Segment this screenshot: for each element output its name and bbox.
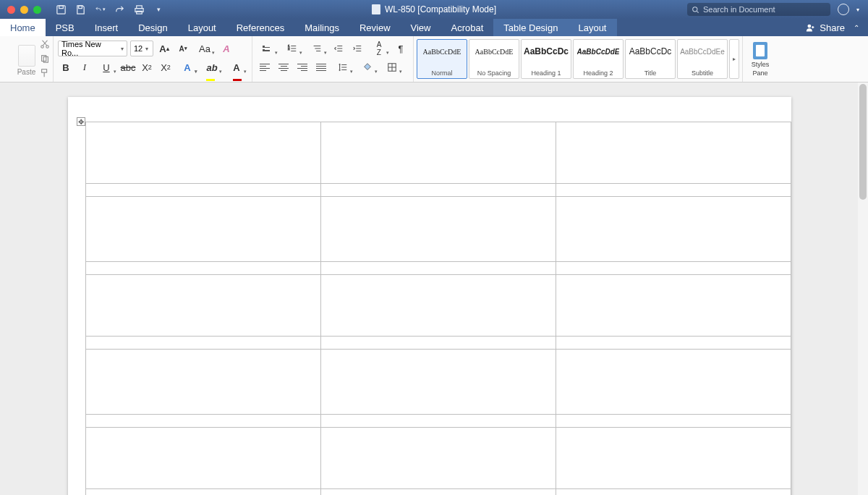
styles-gallery-more-icon[interactable]: ▸	[729, 39, 739, 79]
scroll-thumb[interactable]	[859, 84, 867, 200]
table-cell[interactable]	[556, 415, 791, 428]
document-table[interactable]	[85, 122, 791, 495]
table-cell[interactable]	[86, 489, 321, 496]
style-title[interactable]: AaBbCcDcTitle	[625, 39, 676, 79]
search-input[interactable]: Search in Document	[687, 3, 830, 16]
ribbon-tab-view[interactable]: View	[401, 19, 441, 36]
table-cell[interactable]	[556, 428, 791, 489]
feedback-chevron-icon[interactable]: ▾	[856, 7, 859, 13]
superscript-button[interactable]: X2	[158, 59, 174, 75]
table-cell[interactable]	[86, 262, 321, 275]
table-cell[interactable]	[556, 350, 791, 415]
shading-icon[interactable]	[357, 59, 378, 75]
minimize-window-button[interactable]	[20, 6, 28, 14]
increase-indent-icon[interactable]	[349, 41, 365, 56]
ribbon-tab-home[interactable]: Home	[0, 19, 46, 36]
subscript-button[interactable]: X2	[139, 59, 155, 75]
sort-icon[interactable]: AZ	[368, 41, 390, 56]
feedback-icon[interactable]	[838, 4, 849, 15]
table-cell[interactable]	[321, 275, 556, 337]
redo-icon[interactable]	[114, 4, 125, 15]
style-heading-2[interactable]: AaBbCcDdEHeading 2	[573, 39, 624, 79]
table-cell[interactable]	[86, 275, 321, 337]
format-painter-icon[interactable]	[40, 68, 50, 78]
bullets-icon[interactable]	[257, 41, 278, 56]
table-cell[interactable]	[86, 197, 321, 262]
autosave-toggle-icon[interactable]	[56, 4, 67, 15]
close-window-button[interactable]	[7, 6, 15, 14]
fullscreen-window-button[interactable]	[33, 6, 41, 14]
document-page[interactable]: ✥	[68, 97, 791, 495]
styles-pane-button[interactable]: Styles Pane	[743, 36, 778, 82]
clear-formatting-icon[interactable]: A	[218, 41, 234, 56]
table-cell[interactable]	[86, 184, 321, 197]
table-cell[interactable]	[321, 337, 556, 350]
vertical-scrollbar[interactable]	[858, 82, 868, 495]
cut-icon[interactable]	[40, 39, 50, 49]
print-icon[interactable]	[134, 4, 145, 15]
undo-icon[interactable]: ▾	[95, 4, 106, 15]
line-spacing-icon[interactable]	[332, 59, 354, 75]
style-no-spacing[interactable]: AaBbCcDdENo Spacing	[469, 39, 519, 79]
table-move-handle-icon[interactable]: ✥	[77, 117, 85, 126]
font-name-combo[interactable]: Times New Ro...▾	[58, 41, 127, 56]
multilevel-list-icon[interactable]	[306, 41, 328, 56]
font-color-icon[interactable]: A	[226, 59, 247, 75]
underline-button[interactable]: U	[95, 59, 117, 75]
collapse-ribbon-icon[interactable]: ⌃	[854, 24, 859, 32]
style-subtitle[interactable]: AaBbCcDdEeSubtitle	[677, 39, 728, 79]
table-cell[interactable]	[321, 262, 556, 275]
font-size-combo[interactable]: 12▾	[130, 41, 153, 56]
table-cell[interactable]	[86, 122, 321, 184]
show-marks-icon[interactable]: ¶	[393, 41, 409, 56]
paste-icon[interactable]	[18, 45, 35, 67]
align-center-icon[interactable]	[276, 59, 292, 75]
table-cell[interactable]	[321, 428, 556, 489]
table-cell[interactable]	[321, 489, 556, 496]
style-normal[interactable]: AaBbCcDdENormal	[417, 39, 467, 79]
ribbon-tab-layout[interactable]: Layout	[178, 19, 226, 36]
table-cell[interactable]	[321, 350, 556, 415]
customize-qat-icon[interactable]: ▾	[153, 4, 164, 15]
table-cell[interactable]	[86, 350, 321, 415]
table-cell[interactable]	[86, 415, 321, 428]
share-button[interactable]: Share	[820, 22, 845, 33]
align-justify-icon[interactable]	[313, 59, 329, 75]
ribbon-tab-insert[interactable]: Insert	[85, 19, 129, 36]
table-cell[interactable]	[321, 122, 556, 184]
align-left-icon[interactable]	[257, 59, 273, 75]
table-cell[interactable]	[556, 275, 791, 337]
table-cell[interactable]	[556, 184, 791, 197]
style-heading-1[interactable]: AaBbCcDcHeading 1	[521, 39, 571, 79]
decrease-indent-icon[interactable]	[331, 41, 346, 56]
copy-icon[interactable]	[40, 54, 50, 64]
italic-button[interactable]: I	[77, 59, 93, 75]
strikethrough-button[interactable]: abc	[120, 59, 136, 75]
ribbon-tab-review[interactable]: Review	[349, 19, 401, 36]
ribbon-tab-psb[interactable]: PSB	[46, 19, 85, 36]
numbering-icon[interactable]: 12	[281, 41, 303, 56]
ribbon-tab-design[interactable]: Design	[128, 19, 177, 36]
text-effects-icon[interactable]: A	[176, 59, 198, 75]
table-cell[interactable]	[556, 337, 791, 350]
table-cell[interactable]	[321, 415, 556, 428]
table-cell[interactable]	[321, 184, 556, 197]
align-right-icon[interactable]	[294, 59, 310, 75]
highlight-color-icon[interactable]: ab	[201, 59, 223, 75]
table-cell[interactable]	[556, 262, 791, 275]
grow-font-icon[interactable]: A▴	[156, 41, 172, 56]
table-cell[interactable]	[86, 337, 321, 350]
save-icon[interactable]	[75, 4, 86, 15]
borders-icon[interactable]	[381, 59, 403, 75]
table-cell[interactable]	[556, 489, 791, 496]
table-cell[interactable]	[556, 122, 791, 184]
shrink-font-icon[interactable]: A▾	[175, 41, 191, 56]
table-cell[interactable]	[86, 428, 321, 489]
ribbon-tab-table-design[interactable]: Table Design	[493, 19, 568, 36]
ribbon-tab-acrobat[interactable]: Acrobat	[441, 19, 493, 36]
table-cell[interactable]	[556, 197, 791, 262]
ribbon-tab-layout[interactable]: Layout	[568, 19, 616, 36]
bold-button[interactable]: B	[58, 59, 74, 75]
ribbon-tab-mailings[interactable]: Mailings	[294, 19, 349, 36]
table-cell[interactable]	[321, 197, 556, 262]
